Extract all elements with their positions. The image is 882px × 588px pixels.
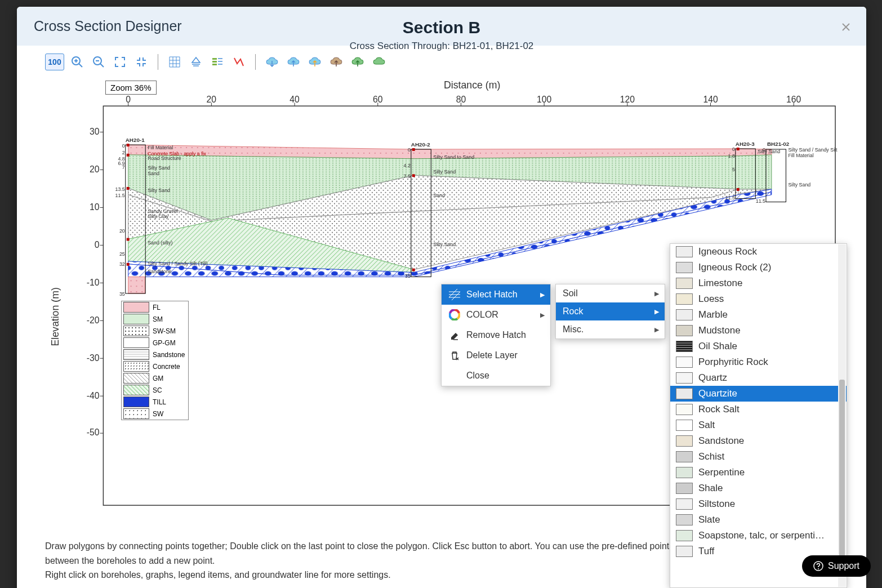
svg-text:0: 0 [122,143,125,149]
rock-item[interactable]: Mudstone [670,323,847,338]
legend-button[interactable] [209,54,226,70]
svg-text:13.5: 13.5 [115,186,125,192]
rock-item[interactable]: Limestone [670,275,847,291]
svg-text:30: 30 [90,127,100,136]
rock-item[interactable]: Schist [670,449,847,465]
water-table-button[interactable] [188,54,204,70]
svg-text:11.5: 11.5 [115,193,125,198]
legend-item[interactable]: FL [122,301,188,313]
legend-icon [211,56,224,68]
hatch-category-submenu[interactable]: Soil▶ Rock▶ Misc.▶ [555,284,665,339]
ctx-color[interactable]: COLOR▶ [442,305,550,325]
grid-button[interactable] [166,54,183,70]
svg-text:Fill Material: Fill Material [148,145,173,150]
legend-item[interactable]: SM [122,313,188,325]
toolbar-separator [255,54,256,70]
svg-text:7.5: 7.5 [404,173,411,179]
svg-text:5: 5 [732,167,735,172]
svg-text:Sand: Sand [433,193,445,198]
stratum-sandstone-bh1[interactable] [128,277,145,293]
rock-item-label: Sandstone [698,435,744,447]
zoom-fit-button[interactable] [112,54,128,70]
cloud-button-5[interactable] [349,54,366,70]
cloud-up-blue-icon [287,56,300,68]
rock-item-label: Serpentine [698,467,745,478]
scrollbar-thumb[interactable] [839,380,845,571]
rock-item-label: Igneous Rock (2) [698,262,771,273]
hatch-swatch-icon [676,435,693,447]
submenu-soil[interactable]: Soil▶ [556,284,665,302]
svg-text:2: 2 [122,150,125,155]
rock-item[interactable]: Serpentine [670,465,847,480]
legend[interactable]: FL SM SW-SM GP-GM Sandstone Concrete GM … [121,301,189,420]
cloud-button-1[interactable] [264,54,280,70]
hatch-icon [448,288,461,301]
support-button[interactable]: Support [802,555,871,577]
rock-item[interactable]: Igneous Rock [670,244,847,260]
submenu-misc[interactable]: Misc.▶ [556,320,665,338]
legend-item[interactable]: SC [122,384,188,396]
svg-rect-66 [412,269,415,271]
water-icon [190,56,202,68]
legend-item[interactable]: GP-GM [122,337,188,349]
rock-item[interactable]: Sandstone [670,433,847,449]
svg-text:Silty Clay: Silty Clay [148,213,168,219]
zoom-100-button[interactable]: 100 [45,54,64,70]
legend-item[interactable]: Concrete [122,360,188,372]
svg-text:Silty Sand / Sandy Silt (Till): Silty Sand / Sandy Silt (Till) [148,261,208,266]
cloud-button-4[interactable] [328,54,345,70]
rock-item[interactable]: Salt [670,417,847,433]
ctx-select-hatch[interactable]: Select Hatch▶ [442,284,550,305]
ctx-close[interactable]: Close [442,366,550,386]
rock-item-label: Tuff [698,546,714,557]
svg-text:11.5: 11.5 [756,198,765,204]
svg-text:7: 7 [122,164,125,170]
legend-item[interactable]: Sandstone [122,349,188,360]
cloud-button-6[interactable] [371,54,387,70]
zoom-collapse-button[interactable] [133,54,150,70]
submenu-rock[interactable]: Rock▶ [556,302,665,320]
zoom-in-button[interactable] [69,54,86,70]
cloud-button-2[interactable] [285,54,302,70]
legend-item[interactable]: SW-SM [122,325,188,337]
svg-rect-62 [127,238,130,241]
polyline-button[interactable] [230,54,247,70]
rock-item[interactable]: Porphyritic Rock [670,354,847,370]
rock-item[interactable]: Quartz [670,370,847,386]
context-menu[interactable]: Select Hatch▶ COLOR▶ Remove Hatch Delete… [441,284,551,386]
svg-text:Silty Sand: Silty Sand [433,169,456,175]
color-wheel-icon [448,309,461,321]
hatch-swatch-icon [676,357,693,368]
svg-text:10: 10 [90,202,100,212]
rock-item[interactable]: Slate [670,512,847,528]
svg-rect-64 [412,148,415,151]
legend-item[interactable]: SW [122,408,188,420]
legend-item[interactable]: TILL [122,396,188,408]
hatch-swatch-icon [676,246,693,257]
svg-text:0: 0 [732,146,735,152]
zoom-out-button[interactable] [90,54,107,70]
cloud-button-3[interactable] [306,54,323,70]
rock-item[interactable]: Rock Salt [670,402,847,417]
rock-item-label: Quartzite [698,388,737,399]
rock-item[interactable]: Shale [670,480,847,496]
rock-item[interactable]: Oil Shale [670,338,847,354]
rock-item-label: Mudstone [698,325,741,336]
rock-item-label: Igneous Rock [698,246,757,257]
close-button[interactable] [839,20,853,34]
hatch-swatch-icon [676,372,693,384]
rock-item[interactable]: Igneous Rock (2) [670,260,847,275]
rock-item[interactable]: Marble [670,307,847,323]
collapse-icon [135,56,148,68]
ctx-remove-hatch[interactable]: Remove Hatch [442,325,550,345]
rock-item[interactable]: Loess [670,291,847,307]
scrollbar[interactable] [838,244,846,587]
rock-item[interactable]: Siltstone [670,496,847,512]
ctx-delete-layer[interactable]: Delete Layer [442,345,550,366]
rock-item[interactable]: Quartzite [670,386,847,402]
rock-hatch-list[interactable]: Igneous RockIgneous Rock (2)LimestoneLoe… [670,243,847,588]
hatch-swatch-icon [676,530,693,541]
legend-item[interactable]: GM [122,372,188,384]
rock-item-label: Loess [698,293,724,305]
rock-item[interactable]: Soapstone, talc, or serpenti… [670,528,847,544]
